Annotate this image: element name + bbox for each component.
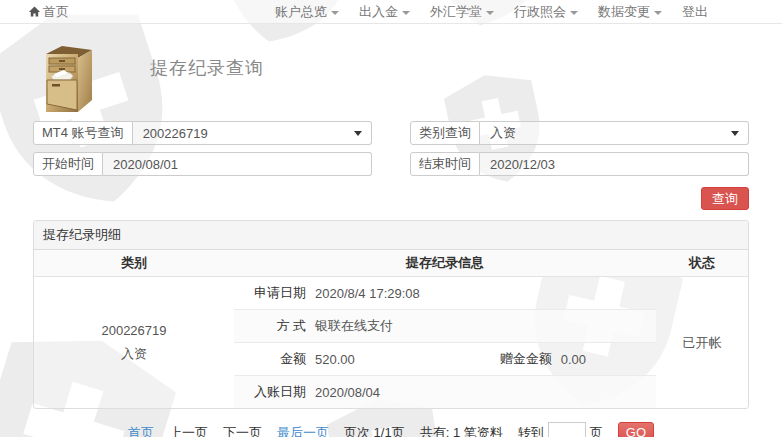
caret-down-icon bbox=[486, 11, 494, 15]
cabinet-icon bbox=[40, 40, 98, 116]
start-date-label: 开始时间 bbox=[33, 152, 103, 176]
category-select[interactable]: 入资 bbox=[480, 121, 749, 145]
caret-down-icon bbox=[570, 11, 578, 15]
caret-down-icon bbox=[654, 11, 662, 15]
goto-page-group: 转到 页 bbox=[518, 422, 603, 437]
account-filter-label: MT4 账号查询 bbox=[33, 121, 133, 145]
pagination-total-count: 共有: 1 笔资料 bbox=[420, 424, 503, 437]
column-header-info: 提存纪录信息 bbox=[234, 254, 656, 272]
nav-item-forex-school[interactable]: 外汇学堂 bbox=[430, 3, 494, 21]
table-header-row: 类别 提存纪录信息 状态 bbox=[34, 250, 748, 277]
bonus-amount-label: 赠金金额 bbox=[500, 350, 552, 368]
caret-down-icon bbox=[402, 11, 410, 15]
go-button[interactable]: GO bbox=[618, 422, 654, 437]
panel-title: 提存纪录明细 bbox=[34, 221, 748, 250]
nav-item-account-overview[interactable]: 账户总览 bbox=[275, 3, 339, 21]
start-date-input[interactable]: 2020/08/01 bbox=[103, 152, 372, 176]
caret-down-icon bbox=[331, 11, 339, 15]
column-header-status: 状态 bbox=[656, 254, 748, 272]
column-header-category: 类别 bbox=[34, 254, 234, 272]
pagination-prev-link[interactable]: 上一页 bbox=[169, 424, 208, 437]
goto-page-input[interactable] bbox=[548, 422, 586, 437]
pagination-first-link[interactable]: 首页 bbox=[128, 424, 154, 437]
pagination-bar: 首页 上一页 下一页 最后一页 页次 1/1页 共有: 1 笔资料 转到 页 G… bbox=[33, 409, 749, 437]
record-panel: 提存纪录明细 类别 提存纪录信息 状态 200226719 入资 申请日期 20… bbox=[33, 220, 749, 409]
category-filter-label: 类别查询 bbox=[410, 121, 480, 145]
record-type: 入资 bbox=[121, 343, 147, 365]
goto-page-unit: 页 bbox=[590, 424, 603, 437]
nav-menu: 账户总览 出入金 外汇学堂 行政照会 数据变更 登出 bbox=[275, 3, 708, 21]
end-date-input[interactable]: 2020/12/03 bbox=[480, 152, 749, 176]
filter-form: MT4 账号查询 200226719 类别查询 入资 开始时间 2020/08/… bbox=[33, 121, 749, 176]
dropdown-arrow-icon bbox=[731, 131, 739, 136]
goto-label: 转到 bbox=[518, 424, 544, 437]
account-filter-group: MT4 账号查询 200226719 bbox=[33, 121, 372, 145]
detail-row-apply-date: 申请日期 2020/8/4 17:29:08 bbox=[234, 277, 656, 309]
account-select[interactable]: 200226719 bbox=[133, 121, 372, 145]
table-row: 200226719 入资 申请日期 2020/8/4 17:29:08 方 式 … bbox=[34, 277, 748, 408]
nav-item-admin-notice[interactable]: 行政照会 bbox=[514, 3, 578, 21]
detail-row-credit-date: 入账日期 2020/08/04 bbox=[234, 375, 656, 408]
pagination-last-link[interactable]: 最后一页 bbox=[277, 424, 329, 437]
query-button-row: 查询 bbox=[33, 187, 749, 210]
end-date-group: 结束时间 2020/12/03 bbox=[410, 152, 749, 176]
detail-row-method: 方 式 银联在线支付 bbox=[234, 309, 656, 342]
pagination-page-info: 页次 1/1页 bbox=[344, 424, 405, 437]
dropdown-arrow-icon bbox=[354, 131, 362, 136]
nav-item-deposit-withdrawal[interactable]: 出入金 bbox=[359, 3, 410, 21]
nav-home-link[interactable]: 首页 bbox=[28, 3, 69, 21]
start-date-group: 开始时间 2020/08/01 bbox=[33, 152, 372, 176]
main-content: 提存纪录查询 MT4 账号查询 200226719 类别查询 入资 开始时间 2… bbox=[0, 24, 782, 437]
top-navbar: 首页 账户总览 出入金 外汇学堂 行政照会 数据变更 登出 bbox=[0, 0, 782, 24]
record-detail-list: 申请日期 2020/8/4 17:29:08 方 式 银联在线支付 金额 520… bbox=[234, 277, 656, 408]
pagination-next-link[interactable]: 下一页 bbox=[223, 424, 262, 437]
detail-row-amount: 金额 520.00 赠金金额 0.00 bbox=[234, 342, 656, 375]
record-account: 200226719 bbox=[101, 320, 166, 342]
category-filter-group: 类别查询 入资 bbox=[410, 121, 749, 145]
status-badge: 已开帐 bbox=[656, 277, 748, 408]
bonus-amount-value: 0.00 bbox=[561, 352, 586, 367]
page-title: 提存纪录查询 bbox=[150, 56, 264, 80]
record-category-cell: 200226719 入资 bbox=[34, 277, 234, 408]
page-header: 提存纪录查询 bbox=[33, 24, 749, 121]
query-button[interactable]: 查询 bbox=[701, 187, 749, 210]
nav-item-logout[interactable]: 登出 bbox=[682, 3, 708, 21]
home-icon bbox=[28, 5, 41, 18]
nav-item-data-change[interactable]: 数据变更 bbox=[598, 3, 662, 21]
end-date-label: 结束时间 bbox=[410, 152, 480, 176]
nav-home-label: 首页 bbox=[43, 3, 69, 21]
